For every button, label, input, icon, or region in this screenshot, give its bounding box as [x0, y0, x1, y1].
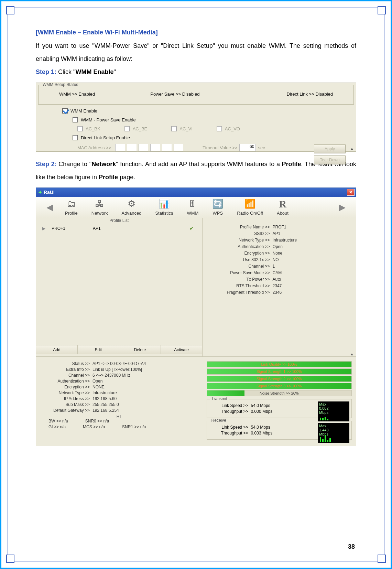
group-legend: WMM Setup Status: [41, 82, 79, 87]
signal-strength-1-bar: Signal Strength 1 >> 100%: [207, 369, 351, 374]
step2-mid: " function. And add an AP that supports …: [116, 161, 282, 168]
mac-address-label: MAC Address >>: [77, 145, 111, 150]
step-2-text: Step 2: Change to "Network" function. An…: [36, 158, 356, 184]
close-button[interactable]: ✕: [347, 189, 355, 196]
tool-label: Radio On/Off: [237, 211, 263, 216]
active-indicator-icon: ▶: [42, 226, 45, 231]
teardown-button[interactable]: Tear Down: [314, 155, 346, 164]
tool-wps[interactable]: 🔄 WPS: [205, 199, 230, 216]
corner-decoration: [378, 555, 386, 563]
delete-button[interactable]: Delete: [119, 345, 161, 354]
section-title: [WMM Enable – Enable Wi-Fi Multi-Media]: [36, 29, 356, 36]
tool-statistics[interactable]: 📊 Statistics: [148, 199, 180, 216]
tool-label: Statistics: [155, 211, 173, 216]
tool-radio[interactable]: 📶 Radio On/Off: [230, 199, 270, 216]
collapse-icon[interactable]: ▲: [350, 147, 354, 151]
receive-legend: Receive: [210, 418, 228, 423]
tool-wmm[interactable]: 🎚 WMM: [180, 199, 205, 216]
nav-left-arrow[interactable]: ◀: [42, 202, 58, 213]
rx-speed-value: 54.0 Mbps: [251, 425, 270, 430]
raui-window: ✦ RaUI ✕ ◀ 🗂 Profile 🖧 Network ⚙ Advance…: [36, 187, 356, 446]
link-status-panel: Status >>AP1 <--> 00-03-7F-00-D7-A4 Extr…: [36, 357, 203, 446]
status-label: Default Gateway >>: [42, 408, 90, 413]
step2-bold1: Network: [91, 161, 116, 168]
detail-value: CAM: [273, 270, 350, 275]
mac-input-5[interactable]: [162, 144, 172, 151]
detail-label: Profile Name >>: [211, 225, 270, 229]
detail-value: 2347: [273, 283, 350, 288]
wmm-enable-checkbox[interactable]: [62, 108, 68, 114]
tx-speed-value: 54.0 Mbps: [251, 403, 270, 408]
step-label: Step 2:: [36, 161, 58, 168]
gauge-max-label: Max: [319, 424, 348, 428]
rx-gauge: Max 1.448 Mbps: [318, 423, 349, 443]
profile-row[interactable]: ▶ PROF1 AP1 ✔: [41, 225, 197, 232]
status-value: 192.168.5.254: [92, 408, 119, 413]
detail-value: 1: [273, 264, 350, 269]
detail-label: Network Type >>: [211, 238, 270, 243]
dls-enable-checkbox[interactable]: [73, 135, 78, 140]
ac-bk-checkbox[interactable]: [77, 126, 83, 131]
ac-be-label: AC_BE: [133, 126, 148, 131]
step2-bold3: Profile: [99, 174, 118, 181]
step2-bold2: Profile: [282, 161, 301, 168]
power-save-label: WMM - Power Save Enable: [81, 117, 136, 122]
powersave-status: Power Save >> Disabled: [150, 92, 241, 97]
status-label: Sub Mask >>: [42, 402, 90, 407]
detail-label: Tx Power >>: [211, 277, 270, 282]
status-value: 6 <--> 2437000 MHz: [92, 373, 130, 378]
step2-pre: Change to ": [58, 161, 91, 168]
corner-decoration: [6, 555, 14, 563]
dls-enable-label: Direct Link Setup Enable: [81, 135, 130, 140]
wmm-setup-panel: WMM Setup Status WMM >> Enabled Power Sa…: [36, 83, 356, 152]
nav-right-arrow[interactable]: ▶: [334, 202, 350, 213]
edit-button[interactable]: Edit: [78, 345, 119, 354]
intro-text: If you want to use "WMM-Power Save" or "…: [36, 40, 356, 66]
tool-label: About: [277, 211, 288, 216]
timeout-input[interactable]: 60: [239, 144, 256, 151]
status-label: Authentication >>: [42, 379, 90, 384]
profile-icon: 🗂: [67, 199, 76, 209]
titlebar: ✦ RaUI ✕: [36, 188, 356, 197]
mac-input-2[interactable]: [127, 144, 137, 151]
mac-input-3[interactable]: [139, 144, 148, 151]
ac-be-checkbox[interactable]: [124, 126, 130, 131]
tool-label: WPS: [213, 211, 223, 216]
apply-button[interactable]: Apply: [314, 144, 346, 153]
noise-strength-bar: Noise Strength >> 26%: [207, 390, 351, 396]
transmit-legend: Transmit: [210, 396, 229, 401]
detail-label: Authentication >>: [211, 244, 270, 249]
directlink-status: Direct Link >> Disabled: [242, 92, 333, 97]
ht-value: n/a: [103, 419, 109, 423]
ht-label: SNR1 >>: [122, 425, 139, 429]
detail-value: AP1: [273, 231, 350, 236]
mac-input-6[interactable]: [174, 144, 183, 151]
ac-vo-checkbox[interactable]: [217, 126, 222, 131]
mac-input-1[interactable]: [115, 144, 125, 151]
tx-tp-value: 0.000 Mbps: [251, 409, 273, 414]
tool-label: Advanced: [122, 211, 142, 216]
detail-label: Channel >>: [211, 264, 270, 269]
detail-label: RTS Threshold >>: [211, 283, 270, 288]
network-icon: 🖧: [95, 199, 104, 209]
tool-advanced[interactable]: ⚙ Advanced: [115, 199, 149, 216]
inner-frame: [WMM Enable – Enable Wi-Fi Multi-Media] …: [8, 8, 384, 561]
signal-panel: Link Quality >> 100% Signal Strength 1 >…: [203, 357, 356, 446]
power-save-checkbox[interactable]: [73, 117, 78, 122]
add-button[interactable]: Add: [36, 345, 78, 354]
tool-about[interactable]: R About: [270, 199, 295, 216]
detail-value: PROF1: [273, 225, 350, 229]
tool-network[interactable]: 🖧 Network: [85, 199, 115, 216]
profile-ssid: AP1: [93, 226, 101, 231]
step-1-post: ": [113, 68, 116, 75]
detail-label: Fragment Threshold >>: [211, 290, 270, 295]
ac-vi-checkbox[interactable]: [171, 126, 177, 131]
status-label: Status >>: [42, 361, 90, 366]
collapse-icon[interactable]: ▲: [350, 352, 354, 356]
statistics-icon: 📊: [159, 199, 170, 209]
tool-profile[interactable]: 🗂 Profile: [58, 199, 85, 216]
mac-input-4[interactable]: [150, 144, 160, 151]
detail-value: 2346: [273, 290, 350, 295]
activate-button[interactable]: Activate: [161, 345, 202, 354]
detail-label: SSID >>: [211, 231, 270, 236]
